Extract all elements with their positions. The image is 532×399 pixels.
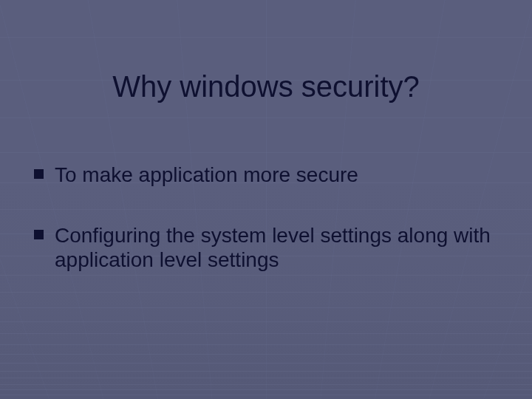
slide-content: Why windows security? To make applicatio…: [0, 0, 532, 273]
bullet-item: Configuring the system level settings al…: [34, 223, 498, 273]
bullet-item: To make application more secure: [34, 163, 498, 188]
slide-title: Why windows security?: [30, 70, 502, 103]
bullet-list: To make application more secure Configur…: [30, 163, 502, 273]
slide: Why windows security? To make applicatio…: [0, 0, 532, 399]
